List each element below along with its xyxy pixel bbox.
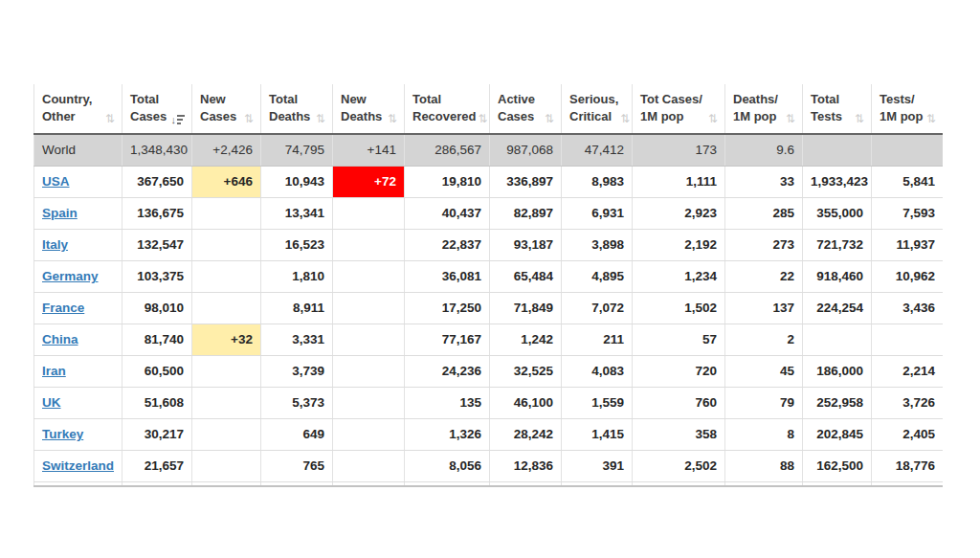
value-cell: 202,845 bbox=[803, 418, 872, 450]
value-cell: 7,072 bbox=[562, 292, 633, 324]
value-cell: 98,010 bbox=[122, 292, 192, 324]
table-row-world: World1,348,430+2,42674,795+141286,567987… bbox=[34, 134, 944, 166]
column-header-label: NewCases bbox=[200, 91, 236, 124]
value-cell bbox=[333, 355, 405, 387]
value-cell: +2,426 bbox=[192, 134, 261, 166]
value-cell bbox=[192, 481, 261, 487]
sort-toggle-icon: ⇅ bbox=[620, 112, 630, 125]
value-cell: 57 bbox=[633, 324, 725, 355]
value-cell: 721,732 bbox=[803, 229, 872, 260]
value-cell: 33 bbox=[725, 166, 803, 197]
column-header-cases[interactable]: TotalCases↓ bbox=[122, 84, 192, 134]
column-header-deaths[interactable]: TotalDeaths⇅ bbox=[261, 84, 333, 134]
value-cell: 11,937 bbox=[872, 229, 944, 260]
value-cell bbox=[192, 450, 261, 481]
value-cell: 65,484 bbox=[490, 260, 562, 292]
value-cell bbox=[633, 481, 725, 487]
value-cell: 2,502 bbox=[633, 450, 725, 481]
value-cell bbox=[490, 481, 562, 487]
value-cell: +141 bbox=[333, 134, 405, 166]
country-link-china[interactable]: China bbox=[42, 332, 78, 346]
column-header-recovered[interactable]: TotalRecovered⇅ bbox=[405, 84, 490, 134]
value-cell bbox=[333, 324, 405, 355]
country-link-france[interactable]: France bbox=[42, 301, 84, 315]
value-cell bbox=[261, 481, 333, 487]
value-cell: 4,895 bbox=[562, 260, 633, 292]
value-cell: 18,776 bbox=[872, 450, 944, 481]
value-cell: 13,341 bbox=[261, 197, 333, 229]
column-header-label: NewDeaths bbox=[341, 91, 382, 124]
sort-toggle-icon: ⇅ bbox=[708, 112, 718, 125]
value-cell: 82,897 bbox=[490, 197, 562, 229]
country-link-usa[interactable]: USA bbox=[42, 174, 70, 189]
column-header-label: ActiveCases bbox=[498, 91, 535, 124]
value-cell: 8,056 bbox=[405, 450, 490, 481]
country-cell: World bbox=[34, 134, 122, 166]
value-cell bbox=[192, 197, 261, 229]
value-cell bbox=[333, 481, 405, 487]
country-link-switzerland[interactable]: Switzerland bbox=[42, 458, 114, 473]
covid-stats-table-container: Country,Other⇅TotalCases↓NewCases⇅TotalD… bbox=[33, 84, 943, 487]
table-row-uk: UK51,6085,37313546,1001,55976079252,9583… bbox=[34, 387, 944, 418]
country-link-italy[interactable]: Italy bbox=[42, 237, 68, 252]
value-cell: 10,962 bbox=[872, 260, 944, 292]
country-link-spain[interactable]: Spain bbox=[42, 206, 78, 220]
country-link-iran[interactable]: Iran bbox=[42, 364, 66, 378]
country-cell: Switzerland bbox=[34, 450, 122, 481]
country-cell: Italy bbox=[34, 229, 122, 260]
country-link-turkey[interactable]: Turkey bbox=[42, 427, 83, 441]
column-header-other[interactable]: Country,Other⇅ bbox=[34, 84, 122, 134]
value-cell: 9.6 bbox=[725, 134, 803, 166]
value-cell bbox=[333, 292, 405, 324]
value-cell: 132,547 bbox=[122, 229, 192, 260]
column-header-cases[interactable]: ActiveCases⇅ bbox=[490, 84, 562, 134]
value-cell: 21,657 bbox=[122, 450, 192, 481]
table-row-france: France98,0108,91117,25071,8497,0721,5021… bbox=[34, 292, 944, 324]
column-header-deaths[interactable]: NewDeaths⇅ bbox=[333, 84, 405, 134]
column-header-label: Deaths/1M pop bbox=[733, 91, 778, 124]
value-cell bbox=[192, 260, 261, 292]
column-header-cases[interactable]: NewCases⇅ bbox=[192, 84, 261, 134]
table-row-italy: Italy132,54716,52322,83793,1873,8982,192… bbox=[34, 229, 944, 260]
sort-toggle-icon: ⇅ bbox=[316, 112, 325, 125]
value-cell: 2,214 bbox=[872, 355, 944, 387]
value-cell: 74,795 bbox=[261, 134, 333, 166]
column-header-1m-pop[interactable]: Tot Cases/1M pop⇅ bbox=[633, 84, 725, 134]
table-header: Country,Other⇅TotalCases↓NewCases⇅TotalD… bbox=[34, 84, 944, 134]
column-header-critical[interactable]: Serious,Critical⇅ bbox=[562, 84, 633, 134]
value-cell: 211 bbox=[562, 324, 633, 355]
value-cell bbox=[192, 355, 261, 387]
value-cell: 17,250 bbox=[405, 292, 490, 324]
value-cell: 1,415 bbox=[562, 418, 633, 450]
column-header-label: TotalTests bbox=[811, 91, 842, 124]
country-link-uk[interactable]: UK bbox=[42, 395, 61, 410]
column-header-tests[interactable]: TotalTests⇅ bbox=[803, 84, 872, 134]
sort-toggle-icon: ⇅ bbox=[926, 112, 936, 125]
column-header-1m-pop[interactable]: Tests/1M pop⇅ bbox=[872, 84, 944, 134]
country-link-germany[interactable]: Germany bbox=[42, 269, 99, 283]
value-cell: 162,500 bbox=[803, 450, 872, 481]
value-cell: 391 bbox=[562, 450, 633, 481]
table-row-china: China81,740+323,33177,1671,242211572 bbox=[34, 324, 944, 355]
value-cell: 45 bbox=[725, 355, 803, 387]
value-cell: 1,559 bbox=[562, 387, 633, 418]
value-cell bbox=[803, 324, 872, 355]
value-cell: 93,187 bbox=[490, 229, 562, 260]
sort-toggle-icon: ⇅ bbox=[855, 112, 864, 125]
sort-toggle-icon: ⇅ bbox=[545, 112, 554, 125]
value-cell: 367,650 bbox=[122, 166, 192, 197]
table-body: World1,348,430+2,42674,795+141286,567987… bbox=[34, 134, 944, 487]
table-row-turkey: Turkey30,2176491,32628,2421,4153588202,8… bbox=[34, 418, 944, 450]
value-cell bbox=[333, 260, 405, 292]
value-cell: 36,081 bbox=[405, 260, 490, 292]
value-cell: +32 bbox=[192, 324, 261, 355]
table-row-spain: Spain136,67513,34140,43782,8976,9312,923… bbox=[34, 197, 944, 229]
value-cell bbox=[872, 324, 944, 355]
value-cell: 1,348,430 bbox=[122, 134, 192, 166]
table-row-iran: Iran60,5003,73924,23632,5254,08372045186… bbox=[34, 355, 944, 387]
table-row-usa: USA367,650+64610,943+7219,810336,8978,98… bbox=[34, 166, 944, 197]
value-cell: 2,923 bbox=[633, 197, 725, 229]
value-cell: 135 bbox=[405, 387, 490, 418]
column-header-1m-pop[interactable]: Deaths/1M pop⇅ bbox=[725, 84, 803, 134]
value-cell: 6,931 bbox=[562, 197, 633, 229]
